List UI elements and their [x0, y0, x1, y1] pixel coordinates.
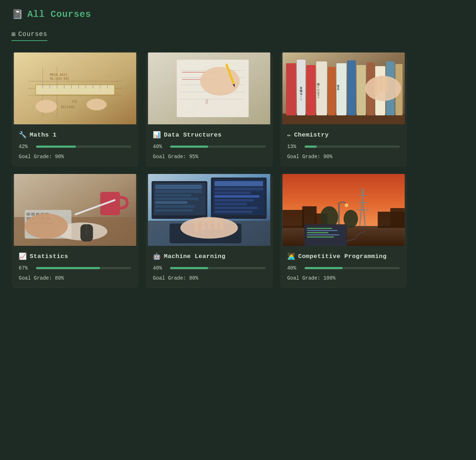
course-name-text-statistics: Statistics	[30, 253, 68, 260]
progress-pct-competitive-programming: 40%	[287, 265, 300, 271]
svg-rect-7	[36, 85, 115, 95]
page-header: 📓 All Courses	[12, 9, 464, 20]
progress-bar-fill-maths-1	[36, 146, 76, 148]
courses-tab[interactable]: ⊞ Courses	[12, 30, 47, 41]
progress-bar-bg-competitive-programming	[305, 267, 400, 269]
course-card-data-structures[interactable]: ∫∫ 📊 Data Structures 40% Goal Grade: 95%	[146, 52, 273, 167]
page-title: All Courses	[27, 9, 91, 20]
svg-text:弓道と精神の体づくり: 弓道と精神の体づくり	[299, 85, 302, 101]
notebook-icon: 📓	[12, 9, 23, 20]
course-info-maths-1: 🔧 Maths 1 42% Goal Grade: 90%	[12, 124, 138, 167]
progress-pct-chemistry: 13%	[287, 144, 300, 150]
goal-grade-competitive-programming: Goal Grade: 100%	[287, 275, 400, 281]
course-name-text-data-structures: Data Structures	[164, 132, 222, 138]
svg-rect-94	[215, 199, 254, 202]
svg-rect-96	[215, 207, 258, 209]
goal-grade-machine-learning: Goal Grade: 80%	[153, 275, 265, 281]
course-name-competitive-programming: 🧑‍💻 Competitive Programming	[287, 252, 400, 260]
course-name-text-maths-1: Maths 1	[30, 132, 57, 138]
course-card-statistics[interactable]: 📈 Statistics 67% Goal Grade: 80%	[12, 174, 138, 288]
svg-rect-104	[214, 218, 218, 230]
progress-pct-machine-learning: 40%	[153, 265, 166, 271]
course-info-chemistry: ✏️ Chemistry 13% Goal Grade: 90%	[280, 124, 407, 167]
course-info-data-structures: 📊 Data Structures 40% Goal Grade: 95%	[146, 124, 273, 167]
progress-bar-bg-statistics	[36, 267, 131, 269]
svg-rect-81	[155, 185, 202, 189]
svg-rect-44	[336, 63, 346, 115]
svg-rect-129	[282, 174, 404, 246]
progress-bar-bg-data-structures	[170, 146, 265, 148]
svg-rect-45	[347, 60, 356, 115]
course-info-statistics: 📈 Statistics 67% Goal Grade: 80%	[12, 246, 138, 288]
courses-tab-label: Courses	[18, 31, 47, 38]
goal-grade-statistics: Goal Grade: 80%	[19, 275, 131, 281]
course-card-machine-learning[interactable]: 🤖 Machine Learning 40% Goal Grade: 80%	[146, 174, 273, 288]
svg-point-19	[87, 99, 107, 110]
goal-grade-data-structures: Goal Grade: 95%	[153, 154, 265, 160]
svg-rect-83	[155, 194, 191, 197]
course-icon-machine-learning: 🤖	[153, 252, 161, 260]
course-info-competitive-programming: 🧑‍💻 Competitive Programming 40% Goal Gra…	[280, 246, 407, 288]
svg-text:3912400: 3912400	[61, 105, 74, 109]
courses-grid: MASA 4412 RN.3200.000 375 3912400 🔧 Math…	[12, 52, 407, 288]
course-card-competitive-programming[interactable]: 🧑‍💻 Competitive Programming 40% Goal Gra…	[280, 174, 407, 288]
course-icon-data-structures: 📊	[153, 131, 161, 139]
course-thumbnail-competitive-programming	[280, 174, 407, 246]
course-card-maths-1[interactable]: MASA 4412 RN.3200.000 375 3912400 🔧 Math…	[12, 52, 138, 167]
svg-point-18	[36, 100, 57, 113]
svg-rect-82	[155, 190, 202, 193]
svg-rect-91	[215, 188, 263, 190]
course-icon-maths-1: 🔧	[19, 131, 27, 139]
svg-rect-39	[286, 63, 296, 115]
svg-rect-103	[208, 217, 211, 230]
svg-text:弓道のためのQ&A: 弓道のためのQ&A	[317, 81, 320, 98]
svg-rect-55	[374, 78, 378, 96]
svg-rect-61	[27, 213, 30, 216]
svg-rect-97	[215, 211, 252, 213]
svg-text:MASA 4412: MASA 4412	[50, 73, 68, 77]
course-thumbnail-chemistry: 弓道と精神の体づくり 弓道のためのQ&A 弓道で見る	[280, 52, 407, 124]
grid-icon: ⊞	[12, 30, 15, 38]
course-card-chemistry[interactable]: 弓道と精神の体づくり 弓道のためのQ&A 弓道で見る ✏️ Chemistry …	[280, 52, 407, 167]
course-name-text-chemistry: Chemistry	[294, 132, 329, 138]
progress-bar-fill-machine-learning	[170, 267, 208, 269]
course-thumbnail-maths-1: MASA 4412 RN.3200.000 375 3912400	[12, 52, 138, 124]
course-name-maths-1: 🔧 Maths 1	[19, 131, 131, 139]
progress-bar-fill-competitive-programming	[305, 267, 343, 269]
progress-row-statistics: 67%	[19, 265, 131, 271]
course-name-text-competitive-programming: Competitive Programming	[298, 253, 386, 260]
progress-bar-fill-data-structures	[170, 146, 208, 148]
course-name-data-structures: 📊 Data Structures	[153, 131, 265, 139]
goal-grade-maths-1: Goal Grade: 90%	[19, 154, 131, 160]
svg-point-74	[25, 213, 68, 239]
progress-bar-bg-chemistry	[305, 146, 400, 148]
svg-rect-105	[220, 219, 224, 230]
svg-rect-43	[328, 67, 335, 115]
progress-row-machine-learning: 40%	[153, 265, 265, 271]
svg-rect-102	[201, 218, 205, 230]
course-icon-chemistry: ✏️	[287, 131, 291, 139]
progress-bar-fill-statistics	[36, 267, 100, 269]
course-name-statistics: 📈 Statistics	[19, 252, 131, 260]
svg-rect-56	[379, 76, 383, 92]
svg-rect-101	[195, 220, 198, 233]
svg-text:∫∫: ∫∫	[205, 98, 209, 104]
svg-rect-46	[356, 65, 366, 115]
goal-grade-chemistry: Goal Grade: 90%	[287, 154, 400, 160]
course-name-chemistry: ✏️ Chemistry	[287, 131, 400, 139]
course-thumbnail-machine-learning	[146, 174, 273, 246]
course-info-machine-learning: 🤖 Machine Learning 40% Goal Grade: 80%	[146, 246, 273, 288]
course-name-machine-learning: 🤖 Machine Learning	[153, 252, 265, 260]
svg-rect-86	[155, 205, 195, 208]
progress-row-maths-1: 42%	[19, 144, 131, 150]
progress-row-competitive-programming: 40%	[287, 265, 400, 271]
progress-bar-bg-maths-1	[36, 146, 131, 148]
progress-pct-data-structures: 40%	[153, 144, 166, 150]
svg-rect-84	[155, 198, 198, 200]
progress-bar-bg-machine-learning	[170, 267, 265, 269]
svg-rect-85	[155, 201, 188, 204]
course-thumbnail-data-structures: ∫∫	[146, 52, 273, 124]
svg-rect-92	[215, 192, 251, 194]
svg-point-34	[200, 67, 240, 96]
svg-text:RN.3200.000: RN.3200.000	[50, 77, 69, 80]
